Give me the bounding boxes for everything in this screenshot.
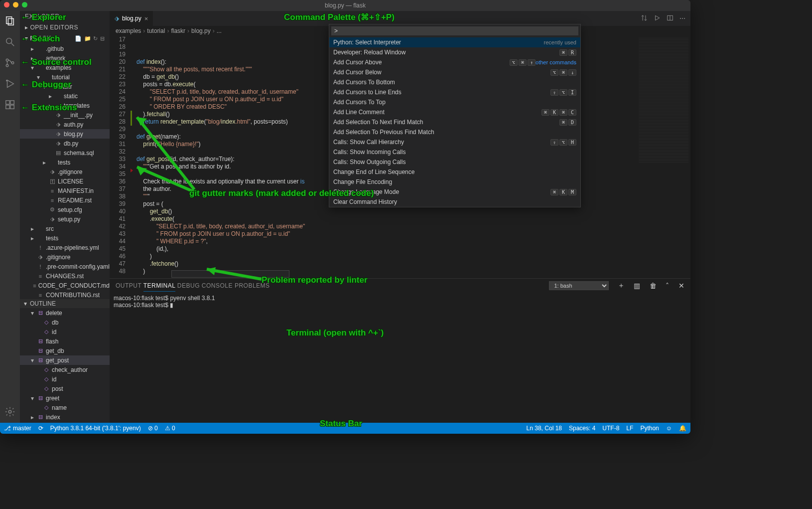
tree-item[interactable]: ≡MANIFEST.in (20, 186, 110, 195)
tree-item[interactable]: ⬗.gitignore (20, 167, 110, 176)
outline-item[interactable]: ◇db (20, 318, 110, 327)
palette-item[interactable]: Change End of Line Sequence (329, 167, 580, 177)
palette-item[interactable]: Calls: Show Call Hierarchy⇧⌥H (329, 137, 580, 147)
outline-item[interactable]: ◇name (20, 403, 110, 412)
palette-item[interactable]: Developer: Reload Window⌘R (329, 47, 580, 57)
new-terminal-icon[interactable]: ＋ (618, 281, 625, 290)
source-control-icon[interactable] (4, 57, 16, 69)
compare-icon[interactable] (641, 14, 648, 23)
more-icon[interactable]: ⋯ (679, 15, 685, 22)
outline-item[interactable]: ▾⊟greet (20, 393, 110, 403)
crumb[interactable]: tutorial (147, 27, 165, 34)
search-icon[interactable] (4, 36, 16, 48)
sync-icon[interactable]: ⟳ (38, 425, 43, 432)
zoom-window-icon[interactable] (22, 2, 27, 7)
outline-item[interactable]: ⊟flash (20, 337, 110, 346)
tree-item[interactable]: ⚿LICENSE (20, 176, 110, 186)
new-file-icon[interactable]: 📄 (75, 35, 82, 42)
feedback-icon[interactable]: ☺ (666, 425, 672, 432)
tree-item[interactable]: ≡CONTRIBUTING.rst (20, 290, 110, 299)
panel-tab[interactable]: DEBUG CONSOLE (177, 280, 233, 291)
warnings-count[interactable]: ⚠ 0 (165, 425, 175, 432)
minimize-window-icon[interactable] (13, 2, 18, 7)
tree-item[interactable]: ▤schema.sql (20, 148, 110, 158)
file-tree[interactable]: ▸.github▸artwork▾examples▾tutorial▾flask… (20, 44, 110, 299)
tree-item[interactable]: ⚙setup.cfg (20, 205, 110, 214)
palette-item[interactable]: Add Cursor Above⌥⌘↑other commands (329, 57, 580, 67)
debug-icon[interactable] (4, 78, 16, 90)
tree-item[interactable]: ▸tests (20, 233, 110, 243)
palette-item[interactable]: Clear Command History (329, 197, 580, 207)
outline-tree[interactable]: ▾⊟delete◇db◇id⊟flash⊟get_db▾⊟get_post◇ch… (20, 308, 110, 423)
crumb[interactable]: flaskr (171, 27, 185, 34)
terminal-select[interactable]: 1: bash (549, 281, 609, 290)
outline-item[interactable]: ▾⊟get_post (20, 355, 110, 365)
palette-item[interactable]: Add Cursor Below⌥⌘↓ (329, 67, 580, 77)
tree-item[interactable]: ≡CHANGES.rst (20, 271, 110, 281)
outline-item[interactable]: ▾⊟delete (20, 308, 110, 318)
close-window-icon[interactable] (4, 2, 9, 7)
tab-blog-py[interactable]: ⬗ blog.py × (110, 11, 153, 26)
git-branch[interactable]: ⎇ master (4, 425, 31, 432)
kill-terminal-icon[interactable]: 🗑 (650, 282, 657, 290)
panel-tab[interactable]: TERMINAL (143, 280, 175, 292)
crumb[interactable]: examples (116, 27, 141, 34)
palette-item[interactable]: Add Line Comment⌘K⌘C (329, 107, 580, 117)
palette-item[interactable]: Calls: Show Incoming Calls (329, 147, 580, 157)
tree-item[interactable]: ⬗setup.py (20, 214, 110, 224)
encoding[interactable]: UTF-8 (602, 425, 619, 432)
python-interpreter[interactable]: Python 3.8.1 64-bit ('3.8.1': pyenv) (50, 425, 141, 432)
tree-item[interactable]: ≡README.rst (20, 195, 110, 205)
eol[interactable]: LF (626, 425, 633, 432)
cursor-position[interactable]: Ln 38, Col 18 (527, 425, 562, 432)
palette-item[interactable]: Python: Select Interpreterrecently used (329, 37, 580, 47)
tree-item[interactable]: ≡CODE_OF_CONDUCT.md (20, 281, 110, 290)
tree-item[interactable]: ▸src (20, 224, 110, 233)
run-icon[interactable] (654, 14, 661, 23)
folder-header[interactable]: ▾FLASK 📄 📁 ↻ ⊟ (20, 33, 110, 44)
tree-item[interactable]: ⬗auth.py (20, 120, 110, 129)
extensions-icon[interactable] (4, 99, 16, 111)
tree-item[interactable]: !.pre-commit-config.yaml (20, 262, 110, 271)
tree-item[interactable]: ▾tutorial (20, 72, 110, 82)
titlebar[interactable]: blog.py — flask (0, 0, 690, 11)
tree-item[interactable]: ▸.github (20, 44, 110, 53)
palette-item[interactable]: Change Language Mode⌘KM (329, 187, 580, 197)
close-tab-icon[interactable]: × (144, 15, 148, 22)
tree-item[interactable]: ▾flaskr (20, 82, 110, 91)
outline-header[interactable]: ▾OUTLINE (20, 299, 110, 308)
palette-item[interactable]: Add Cursors to Line Ends⇧⌥I (329, 87, 580, 97)
tree-item[interactable]: ⬗.gitignore (20, 252, 110, 262)
palette-item[interactable]: Change File Encoding (329, 177, 580, 187)
errors-count[interactable]: ⊘ 0 (148, 425, 158, 432)
outline-item[interactable]: ◇id (20, 374, 110, 384)
refresh-icon[interactable]: ↻ (93, 35, 98, 42)
tree-item[interactable]: !.azure-pipelines.yml (20, 243, 110, 252)
panel-tab[interactable]: OUTPUT (116, 280, 141, 291)
tree-item[interactable]: ▸static (20, 91, 110, 101)
collapse-icon[interactable]: ⊟ (100, 35, 105, 42)
split-terminal-icon[interactable]: ▥ (634, 282, 641, 290)
notifications-icon[interactable]: 🔔 (679, 425, 686, 432)
tree-item[interactable]: ⬗blog.py (20, 129, 110, 139)
outline-item[interactable]: ◇post (20, 384, 110, 393)
tree-item[interactable]: ▾examples (20, 63, 110, 72)
outline-item[interactable]: ◇check_author (20, 365, 110, 374)
outline-item[interactable]: ⊟get_db (20, 346, 110, 355)
terminal[interactable]: macos-10:flask test$ pyenv shell 3.8.1ma… (110, 293, 690, 423)
tree-item[interactable]: ▸templates (20, 101, 110, 110)
palette-item[interactable]: Add Cursors To Bottom (329, 77, 580, 87)
tree-item[interactable]: ⬗db.py (20, 139, 110, 148)
indentation[interactable]: Spaces: 4 (569, 425, 595, 432)
traffic-lights[interactable] (4, 2, 27, 7)
new-folder-icon[interactable]: 📁 (84, 35, 92, 42)
explorer-icon[interactable] (4, 15, 16, 27)
open-editors-header[interactable]: ▸OPEN EDITORS (20, 22, 110, 33)
split-editor-icon[interactable] (667, 14, 674, 23)
language-mode[interactable]: Python (640, 425, 659, 432)
outline-item[interactable]: ▸⊟index (20, 412, 110, 422)
minimap[interactable] (636, 36, 690, 278)
palette-item[interactable]: Calls: Show Outgoing Calls (329, 157, 580, 167)
crumb[interactable]: blog.py (191, 27, 211, 34)
tree-item[interactable]: ▸artwork (20, 53, 110, 63)
